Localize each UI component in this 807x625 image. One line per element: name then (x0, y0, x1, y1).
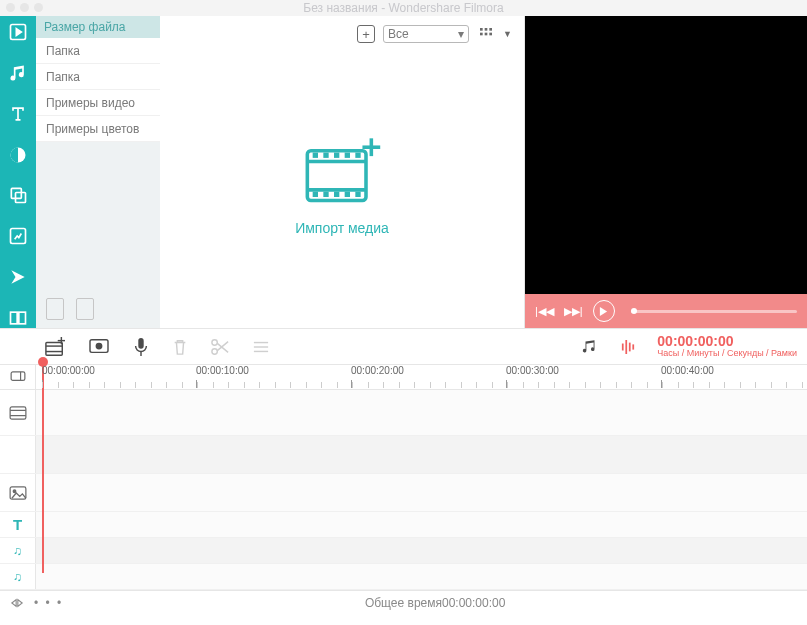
svg-rect-46 (11, 372, 25, 381)
window-title: Без названия - Wondershare Filmora (303, 1, 503, 15)
text-tab-icon[interactable] (7, 104, 29, 125)
prev-frame-icon[interactable]: |◀◀ (535, 305, 554, 318)
zoom-out-icon[interactable] (10, 597, 24, 609)
svg-rect-22 (323, 192, 328, 197)
total-time-label: Общее время (365, 596, 442, 610)
svg-rect-28 (46, 342, 62, 355)
track-text-icon[interactable]: T (0, 512, 36, 537)
svg-rect-20 (355, 153, 360, 158)
track-spacer (36, 436, 807, 473)
svg-rect-6 (19, 312, 26, 324)
svg-rect-23 (334, 192, 339, 197)
titlebar: Без названия - Wondershare Filmora (0, 0, 807, 16)
svg-rect-9 (489, 28, 492, 31)
browser-item[interactable]: Папка (36, 64, 160, 90)
record-screen-icon[interactable] (88, 338, 110, 356)
import-media-icon (302, 138, 382, 208)
new-folder-icon[interactable] (46, 298, 64, 320)
svg-rect-8 (485, 28, 488, 31)
overlays-tab-icon[interactable] (7, 185, 29, 206)
preview-panel: |◀◀ ▶▶| (525, 16, 807, 328)
audio-track-1[interactable] (36, 538, 807, 563)
track-audio2-icon[interactable]: ♫ (0, 564, 36, 589)
ruler-tick: 00:00:40:00 (661, 365, 714, 376)
playhead[interactable] (42, 363, 44, 573)
browser-footer (36, 290, 160, 328)
split-icon (210, 338, 230, 356)
svg-rect-11 (485, 33, 488, 36)
svg-point-38 (212, 348, 217, 353)
track-video-icon[interactable] (0, 390, 36, 435)
timecode-value: 00:00:00:00 (657, 334, 797, 349)
browser-item[interactable]: Папка (36, 38, 160, 64)
timecode-display: 00:00:00:00 Часы / Минуты / Секунды / Ра… (657, 334, 797, 359)
track-audio1-icon[interactable]: ♫ (0, 538, 36, 563)
play-button[interactable] (593, 300, 615, 322)
ruler-tick: 00:00:10:00 (196, 365, 249, 376)
music-tab-icon[interactable] (7, 63, 29, 84)
browser-item[interactable]: Примеры видео (36, 90, 160, 116)
view-mode-grid-icon[interactable] (477, 25, 495, 43)
waveform-icon[interactable] (621, 338, 635, 356)
media-filter-select[interactable]: Все▾ (383, 25, 469, 43)
track-image-icon[interactable] (0, 474, 36, 511)
audio-mixer-icon[interactable] (581, 338, 599, 356)
add-clip-icon[interactable] (44, 337, 66, 357)
delete-folder-icon[interactable] (76, 298, 94, 320)
svg-rect-21 (313, 192, 318, 197)
ruler-label-icon[interactable] (0, 365, 36, 389)
svg-rect-18 (334, 153, 339, 158)
preview-canvas[interactable] (525, 16, 807, 294)
preview-controls: |◀◀ ▶▶| (525, 294, 807, 328)
browser-item[interactable]: Примеры цветов (36, 116, 160, 142)
statusbar: • • • Общее время00:00:00:00 (0, 590, 807, 614)
zoom-dots-icon[interactable]: • • • (34, 596, 63, 610)
svg-rect-25 (355, 192, 360, 197)
edit-toolbar: 00:00:00:00 Часы / Минуты / Секунды / Ра… (0, 328, 807, 364)
delete-icon (172, 338, 188, 356)
svg-rect-10 (480, 33, 483, 36)
filters-tab-icon[interactable] (7, 144, 29, 165)
svg-rect-48 (10, 406, 26, 418)
audio-track-2[interactable] (36, 564, 807, 589)
svg-point-34 (96, 343, 101, 348)
media-filter-label: Все (388, 27, 409, 41)
ruler-tick: 00:00:30:00 (506, 365, 559, 376)
svg-rect-35 (138, 338, 143, 349)
import-media-label: Импорт медиа (295, 220, 389, 236)
image-track[interactable] (36, 474, 807, 511)
add-media-button[interactable]: + (357, 25, 375, 43)
window-controls[interactable] (6, 3, 43, 12)
text-track[interactable] (36, 512, 807, 537)
media-tab-icon[interactable] (7, 22, 29, 43)
transitions-tab-icon[interactable] (7, 267, 29, 288)
split-tab-icon[interactable] (7, 307, 29, 328)
elements-tab-icon[interactable] (7, 226, 29, 247)
svg-rect-19 (345, 153, 350, 158)
timeline: 00:00:00:00 00:00:10:00 00:00:20:00 00:0… (0, 364, 807, 590)
svg-rect-16 (313, 153, 318, 158)
voiceover-icon[interactable] (132, 337, 150, 357)
next-frame-icon[interactable]: ▶▶| (564, 305, 583, 318)
chevron-down-icon[interactable]: ▼ (503, 29, 512, 39)
ruler-tick: 00:00:20:00 (351, 365, 404, 376)
svg-rect-24 (345, 192, 350, 197)
svg-point-52 (13, 489, 16, 492)
svg-rect-12 (489, 33, 492, 36)
svg-rect-7 (480, 28, 483, 31)
media-browser: Размер файла Папка Папка Примеры видео П… (36, 16, 160, 328)
preview-seek-slider[interactable] (631, 310, 797, 313)
media-panel: + Все▾ ▼ Импорт медиа (160, 16, 525, 328)
total-time-value: 00:00:00:00 (442, 596, 505, 610)
svg-rect-17 (323, 153, 328, 158)
svg-point-37 (212, 339, 217, 344)
seek-thumb[interactable] (631, 308, 637, 314)
video-track[interactable] (36, 390, 807, 435)
timeline-ruler[interactable]: 00:00:00:00 00:00:10:00 00:00:20:00 00:0… (36, 365, 807, 389)
timecode-units: Часы / Минуты / Секунды / Рамки (657, 349, 797, 359)
import-media-drop[interactable]: Импорт медиа (160, 46, 524, 328)
svg-rect-5 (11, 312, 18, 324)
crop-icon (252, 339, 270, 355)
chevron-down-icon: ▾ (458, 27, 464, 41)
left-rail (0, 16, 36, 328)
